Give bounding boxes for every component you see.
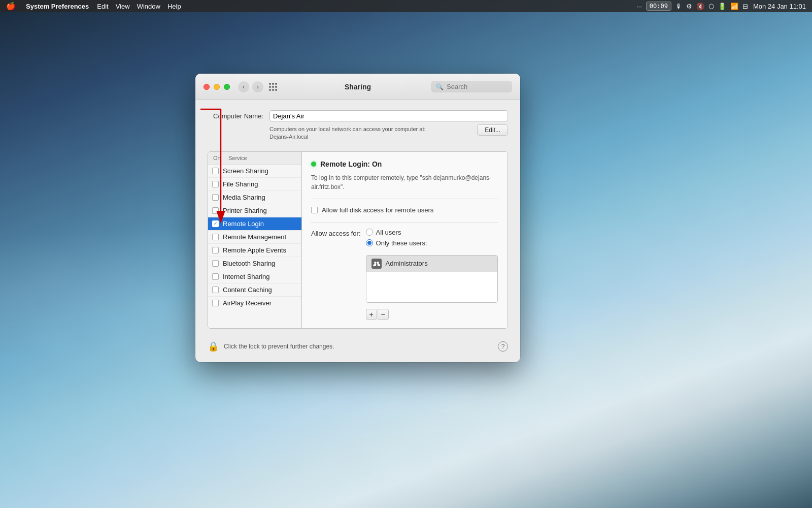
service-item-file-sharing[interactable]: File Sharing (208, 178, 301, 191)
service-label: Remote Management (223, 233, 286, 241)
menu-edit[interactable]: Edit (97, 3, 108, 10)
forward-button[interactable]: › (252, 81, 263, 92)
disk-access-checkbox[interactable] (311, 207, 318, 213)
radio-group: All users Only these users: (366, 229, 498, 320)
service-item-remote-login[interactable]: Remote Login (208, 217, 301, 231)
controlcenter-icon[interactable]: ⊟ (742, 3, 748, 10)
traffic-lights (204, 84, 230, 90)
network-info: Computers on your local network can acce… (269, 125, 477, 141)
service-label: Media Sharing (223, 194, 265, 201)
sharing-window: ‹ › Sharing 🔍 Computer Name: Computers o… (195, 74, 520, 362)
menu-window[interactable]: Window (137, 3, 160, 10)
menu-help[interactable]: Help (167, 3, 181, 10)
radio-only-these-users-label: Only these users: (376, 239, 427, 247)
computer-name-label: Computer Name: (208, 112, 263, 120)
battery-icon: 🔋 (718, 3, 726, 10)
search-box[interactable]: 🔍 (431, 81, 512, 92)
search-icon: 🔍 (436, 83, 444, 90)
window-content: Computer Name: Computers on your local n… (195, 100, 520, 362)
checkbox-media-sharing[interactable] (212, 194, 219, 201)
apple-logo-icon[interactable]: 🍎 (6, 2, 16, 11)
service-item-remote-apple-events[interactable]: Remote Apple Events (208, 244, 301, 257)
help-button[interactable]: ? (498, 341, 508, 352)
service-label: Remote Login (223, 220, 264, 228)
col-on-header: On (213, 155, 228, 161)
user-name: Administrators (386, 260, 428, 267)
users-list: Administrators (366, 255, 498, 303)
edit-button[interactable]: Edit... (477, 124, 508, 136)
bottom-bar: 🔒 Click the lock to prevent further chan… (208, 337, 508, 354)
checkbox-airplay-receiver[interactable] (212, 300, 219, 306)
allow-label: Allow access for: (311, 229, 361, 237)
add-user-button[interactable]: + (366, 309, 377, 320)
checkbox-content-caching[interactable] (212, 287, 219, 293)
detail-panel: Remote Login: On To log in to this compu… (302, 152, 507, 328)
allow-access-row: Allow access for: All users Only these u… (311, 229, 498, 320)
checkbox-bluetooth-sharing[interactable] (212, 260, 219, 267)
service-item-screen-sharing[interactable]: Screen Sharing (208, 165, 301, 178)
radio-only-these-users[interactable]: Only these users: (366, 239, 498, 247)
checkbox-remote-login[interactable] (212, 220, 219, 227)
service-item-airplay-receiver[interactable]: AirPlay Receiver (208, 297, 301, 309)
detail-description: To log in to this computer remotely, typ… (311, 173, 498, 199)
window-title: Sharing (345, 83, 371, 91)
service-item-printer-sharing[interactable]: Printer Sharing (208, 204, 301, 217)
minimize-button[interactable] (214, 84, 220, 90)
menubar-app-name[interactable]: System Preferences (26, 3, 89, 10)
status-dot-green (311, 162, 316, 167)
radio-all-users-btn[interactable] (366, 229, 373, 236)
remove-user-button[interactable]: − (378, 309, 389, 320)
navigation-buttons: ‹ › (238, 81, 263, 92)
menubar-right: ··· 00:09 🎙 ⚙ 🔇 ⬡ 🔋 📶 ⊟ Mon 24 Jan 11:01 (636, 2, 806, 11)
close-button[interactable] (204, 84, 210, 90)
users-empty-space (366, 272, 497, 302)
network-info-container: Computers on your local network can acce… (208, 125, 508, 141)
titlebar: ‹ › Sharing 🔍 (195, 74, 520, 100)
user-item-administrators[interactable]: Administrators (366, 256, 497, 272)
radio-all-users-label: All users (376, 229, 401, 236)
menubar-datetime: Mon 24 Jan 11:01 (753, 3, 806, 10)
grid-button[interactable] (267, 81, 279, 92)
mute-icon: 🔇 (696, 3, 704, 10)
checkbox-screen-sharing[interactable] (212, 168, 219, 174)
main-panel: On Service Screen Sharing File Sharing M… (208, 151, 508, 329)
computer-name-input[interactable] (269, 110, 508, 121)
checkbox-file-sharing[interactable] (212, 181, 219, 187)
back-button[interactable]: ‹ (238, 81, 249, 92)
status-title: Remote Login: On (320, 160, 382, 168)
service-list: On Service Screen Sharing File Sharing M… (208, 152, 302, 328)
service-item-remote-management[interactable]: Remote Management (208, 231, 301, 244)
checkbox-remote-management[interactable] (212, 234, 219, 240)
service-label: Remote Apple Events (223, 246, 286, 254)
disk-access-label: Allow full disk access for remote users (322, 206, 433, 214)
radio-only-these-users-btn[interactable] (366, 239, 373, 246)
wifi-icon[interactable]: 📶 (730, 3, 738, 10)
checkbox-remote-apple-events[interactable] (212, 247, 219, 253)
grid-icon (269, 83, 277, 91)
user-group-icon (371, 259, 382, 269)
microphone-icon: 🎙 (675, 3, 682, 10)
service-item-media-sharing[interactable]: Media Sharing (208, 191, 301, 204)
service-list-header: On Service (208, 152, 301, 165)
service-label: Screen Sharing (223, 167, 268, 175)
detail-status: Remote Login: On (311, 160, 498, 168)
checkbox-printer-sharing[interactable] (212, 207, 219, 214)
menu-view[interactable]: View (116, 3, 130, 10)
service-item-internet-sharing[interactable]: Internet Sharing (208, 270, 301, 283)
service-label: Content Caching (223, 286, 272, 294)
maximize-button[interactable] (224, 84, 230, 90)
radio-all-users[interactable]: All users (366, 229, 498, 236)
users-controls: + − (366, 309, 498, 320)
disk-access-row: Allow full disk access for remote users (311, 206, 498, 214)
lock-icon[interactable]: 🔒 (208, 341, 219, 352)
service-item-bluetooth-sharing[interactable]: Bluetooth Sharing (208, 257, 301, 270)
lock-text: Click the lock to prevent further change… (224, 343, 334, 350)
search-input[interactable] (447, 83, 507, 90)
checkbox-internet-sharing[interactable] (212, 273, 219, 280)
bluetooth-icon[interactable]: ⬡ (708, 3, 714, 10)
access-divider (311, 222, 498, 223)
service-label: Printer Sharing (223, 207, 267, 214)
service-item-content-caching[interactable]: Content Caching (208, 283, 301, 297)
spotlight-icon: ⚙ (686, 3, 692, 10)
svg-point-0 (374, 262, 376, 264)
